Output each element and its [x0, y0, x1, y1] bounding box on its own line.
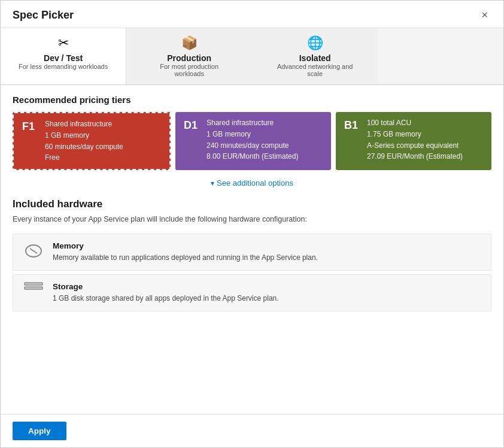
tier-f1-label: F1 — [22, 119, 39, 133]
memory-icon — [23, 241, 44, 261]
d1-details: Shared infrastructure 1 GB memory 240 mi… — [207, 118, 298, 162]
f1-line-0: Shared infrastructure — [45, 119, 123, 129]
tab-isolated[interactable]: 🌐 Isolated Advanced networking and scale — [252, 28, 378, 84]
svg-rect-3 — [25, 287, 42, 289]
b1-line-2: A-Series compute equivalent — [367, 141, 463, 151]
f1-line-3: Free — [45, 153, 123, 163]
pricing-section-title: Recommended pricing tiers — [13, 95, 491, 105]
dialog-header: Spec Picker × — [1, 1, 503, 28]
tab-production-sublabel: For most production workloads — [144, 63, 234, 77]
memory-text-block: Memory Memory available to run applicati… — [53, 241, 318, 263]
d1-line-3: 8.00 EUR/Month (Estimated) — [207, 152, 298, 162]
hardware-items: Memory Memory available to run applicati… — [13, 234, 491, 311]
close-button[interactable]: × — [478, 8, 491, 23]
tab-devtest[interactable]: ✂ Dev / Test For less demanding workload… — [1, 28, 126, 84]
pricing-card-d1[interactable]: D1 Shared infrastructure 1 GB memory 240… — [175, 112, 331, 170]
hw-item-storage: Storage 1 GB disk storage shared by all … — [13, 274, 491, 311]
pricing-card-b1[interactable]: B1 100 total ACU 1.75 GB memory A-Series… — [336, 112, 491, 170]
storage-icon — [23, 282, 44, 290]
see-more-label: See additional options — [217, 178, 293, 187]
b1-line-3: 27.09 EUR/Month (Estimated) — [367, 152, 463, 162]
tab-devtest-label: Dev / Test — [44, 53, 83, 63]
storage-title: Storage — [53, 282, 279, 291]
pricing-card-f1[interactable]: F1 Shared infrastructure 1 GB memory 60 … — [13, 112, 171, 170]
d1-line-1: 1 GB memory — [207, 129, 298, 140]
isolated-icon: 🌐 — [307, 35, 323, 51]
pricing-cards: F1 Shared infrastructure 1 GB memory 60 … — [13, 112, 491, 170]
hardware-section-title: Included hardware — [13, 198, 491, 210]
tab-isolated-label: Isolated — [299, 53, 331, 63]
storage-text-block: Storage 1 GB disk storage shared by all … — [53, 282, 279, 304]
spec-picker-dialog: Spec Picker × ✂ Dev / Test For less dema… — [0, 0, 504, 448]
memory-desc: Memory available to run applications dep… — [53, 252, 318, 263]
svg-rect-2 — [25, 283, 42, 285]
d1-line-0: Shared infrastructure — [207, 118, 298, 128]
f1-line-2: 60 minutes/day compute — [45, 142, 123, 152]
b1-line-0: 100 total ACU — [367, 118, 463, 128]
dialog-footer: Apply — [1, 414, 503, 447]
tabs-row: ✂ Dev / Test For less demanding workload… — [1, 28, 503, 85]
production-icon: 📦 — [181, 35, 198, 51]
apply-button[interactable]: Apply — [13, 422, 66, 440]
f1-line-1: 1 GB memory — [45, 131, 123, 141]
b1-line-1: 1.75 GB memory — [367, 129, 463, 140]
svg-line-1 — [30, 249, 37, 253]
hardware-section-desc: Every instance of your App Service plan … — [13, 214, 491, 225]
tab-production-label: Production — [167, 53, 211, 63]
tab-production[interactable]: 📦 Production For most production workloa… — [126, 28, 252, 84]
tier-b1-label: B1 — [344, 118, 361, 132]
d1-line-2: 240 minutes/day compute — [207, 141, 298, 151]
main-content: Recommended pricing tiers F1 Shared infr… — [1, 85, 503, 414]
storage-desc: 1 GB disk storage shared by all apps dep… — [53, 293, 279, 304]
chevron-down-icon: ▾ — [211, 179, 214, 187]
hw-item-memory: Memory Memory available to run applicati… — [13, 234, 491, 271]
tier-d1-label: D1 — [184, 118, 201, 132]
devtest-icon: ✂ — [58, 35, 69, 51]
see-more-link[interactable]: ▾ See additional options — [13, 178, 491, 187]
dialog-title: Spec Picker — [13, 9, 74, 22]
memory-title: Memory — [53, 241, 318, 250]
f1-details: Shared infrastructure 1 GB memory 60 min… — [45, 119, 123, 163]
b1-details: 100 total ACU 1.75 GB memory A-Series co… — [367, 118, 463, 162]
tab-isolated-sublabel: Advanced networking and scale — [270, 63, 360, 77]
tab-devtest-sublabel: For less demanding workloads — [19, 63, 108, 70]
